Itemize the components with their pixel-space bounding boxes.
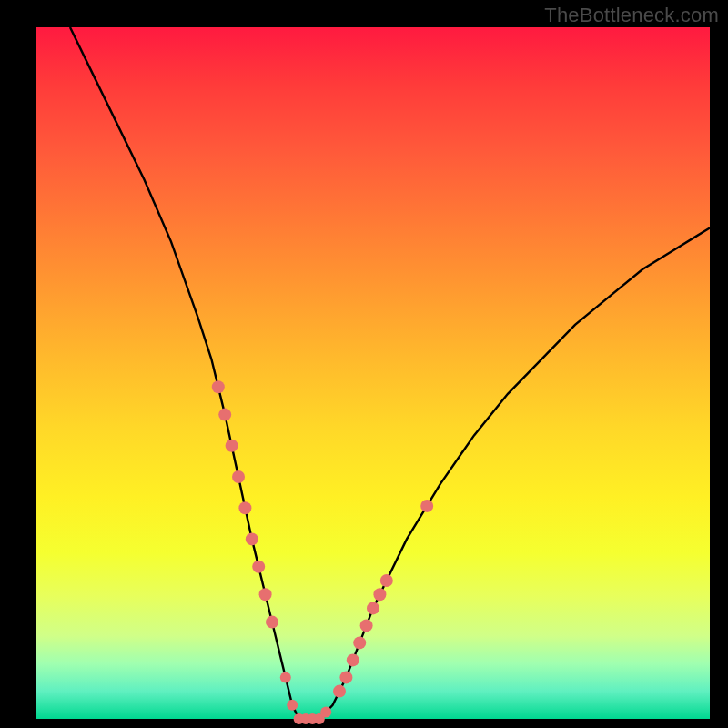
marker-dot — [287, 700, 298, 711]
marker-dot — [280, 672, 291, 682]
marker-dot — [238, 501, 251, 514]
marker-dot — [266, 616, 278, 629]
marker-dot — [218, 409, 231, 421]
chart-frame: TheBottleneck.com — [0, 0, 728, 728]
marker-dot — [212, 380, 225, 393]
marker-dot — [373, 588, 386, 601]
watermark-text: TheBottleneck.com — [544, 4, 719, 27]
marker-dot — [420, 500, 433, 512]
marker-dot — [367, 602, 379, 614]
marker-dot — [252, 561, 265, 573]
marker-dot — [226, 440, 238, 452]
marker-dot — [232, 470, 245, 483]
marker-dot — [380, 574, 393, 587]
curve-svg — [36, 27, 710, 719]
marker-dot — [333, 685, 346, 698]
marker-dot — [353, 636, 366, 649]
plot-area — [36, 27, 710, 719]
marker-dot — [339, 671, 352, 683]
marker-dot — [360, 619, 373, 632]
marker-dot — [246, 532, 258, 545]
marker-dot — [320, 706, 331, 717]
bottleneck-curve — [70, 27, 710, 719]
marker-dot — [259, 588, 272, 601]
marker-dot — [347, 653, 359, 666]
